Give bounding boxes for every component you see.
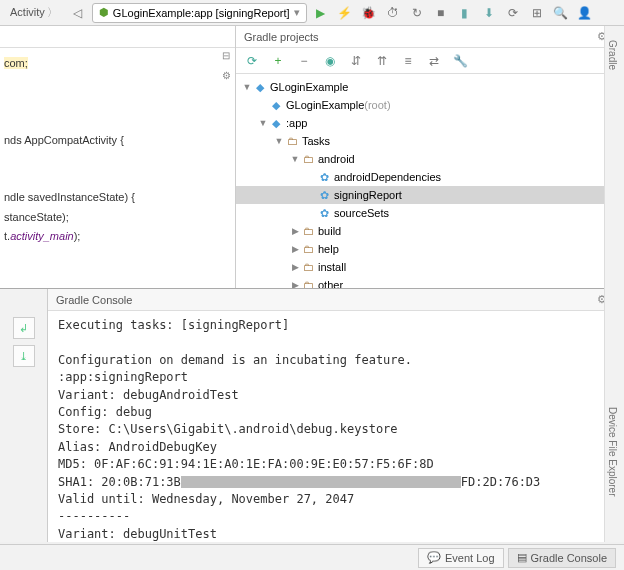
tree-node[interactable]: 🗀install (236, 258, 624, 276)
gradle-run-icon: ⬢ (99, 6, 109, 19)
terminal-icon: ▤ (517, 551, 527, 564)
editor-pane: com; nds AppCompatActivity { ndle savedI… (0, 26, 236, 288)
gradle-projects-pane: Gradle projects ⚙ ▾ ⟳ + − ◉ ⇵ ⇈ ≡ ⇄ 🔧 ◆G… (236, 26, 624, 288)
collapse-all-icon[interactable]: ⇈ (372, 51, 392, 71)
remove-icon[interactable]: − (294, 51, 314, 71)
tree-node[interactable]: 🗀help (236, 240, 624, 258)
chevron-down-icon: ▾ (294, 6, 300, 19)
show-ignored-icon[interactable]: ≡ (398, 51, 418, 71)
tree-node[interactable]: 🗀Tasks (236, 132, 624, 150)
tree-node[interactable]: 🗀build (236, 222, 624, 240)
event-log-button[interactable]: 💬 Event Log (418, 548, 504, 568)
proj-icon: ◆ (252, 81, 268, 94)
gradle-console-header: Gradle Console ⚙ ▾ (48, 289, 624, 311)
folder-icon: 🗀 (300, 225, 316, 237)
user-icon[interactable]: 👤 (575, 3, 595, 23)
tree-node[interactable]: ✿androidDependencies (236, 168, 624, 186)
gear-icon[interactable]: ⚙ (218, 70, 234, 86)
gradle-console-button[interactable]: ▤ Gradle Console (508, 548, 616, 568)
proj-icon: ◆ (268, 117, 284, 130)
gradle-toolbar: ⟳ + − ◉ ⇵ ⇈ ≡ ⇄ 🔧 (236, 48, 624, 74)
refresh-icon[interactable]: ⟳ (242, 51, 262, 71)
folder-icon: 🗀 (300, 153, 316, 165)
apply-changes-icon[interactable]: ⚡ (335, 3, 355, 23)
offline-icon[interactable]: ⇄ (424, 51, 444, 71)
editor-body[interactable]: com; nds AppCompatActivity { ndle savedI… (0, 48, 235, 252)
editor-tabs (0, 26, 235, 48)
console-gutter: ↲ ⤓ (0, 289, 48, 542)
tree-node[interactable]: ✿signingReport (236, 186, 624, 204)
profiler-icon[interactable]: ⏱ (383, 3, 403, 23)
side-tab-device-explorer[interactable]: Device File Explorer (605, 401, 620, 502)
folder-icon: 🗀 (300, 261, 316, 273)
wrench-icon[interactable]: 🔧 (450, 51, 470, 71)
gradle-console-output[interactable]: Executing tasks: [signingReport] Configu… (48, 311, 624, 542)
collapse-icon[interactable]: ⊟ (218, 50, 234, 66)
add-icon[interactable]: + (268, 51, 288, 71)
balloon-icon: 💬 (427, 551, 441, 564)
execute-icon[interactable]: ◉ (320, 51, 340, 71)
tree-node[interactable]: ◆GLoginExample (root) (236, 96, 624, 114)
gear-icon: ✿ (316, 171, 332, 184)
tree-node[interactable]: 🗀android (236, 150, 624, 168)
sync-icon[interactable]: ⟳ (503, 3, 523, 23)
tree-node[interactable]: ◆GLoginExample (236, 78, 624, 96)
tree-node[interactable]: ✿sourceSets (236, 204, 624, 222)
folder-icon: 🗀 (300, 279, 316, 288)
folder-icon: 🗀 (300, 243, 316, 255)
scroll-end-icon[interactable]: ⤓ (13, 345, 35, 367)
stop-icon[interactable]: ■ (431, 3, 451, 23)
folder-icon: 🗀 (284, 135, 300, 147)
proj-icon: ◆ (268, 99, 284, 112)
run-configuration-select[interactable]: ⬢ GLoginExample:app [signingReport] ▾ (92, 3, 307, 23)
status-bar: 💬 Event Log ▤ Gradle Console (0, 544, 624, 570)
expand-icon[interactable]: ⇵ (346, 51, 366, 71)
gradle-tree[interactable]: ◆GLoginExample◆GLoginExample (root)◆:app… (236, 74, 624, 288)
avd-icon[interactable]: ▮ (455, 3, 475, 23)
gear-icon: ✿ (316, 207, 332, 220)
main-toolbar: Activity〉 ◁ ⬢ GLoginExample:app [signing… (0, 0, 624, 26)
search-icon[interactable]: 🔍 (551, 3, 571, 23)
attach-icon[interactable]: ↻ (407, 3, 427, 23)
gear-icon: ✿ (316, 189, 332, 202)
structure-icon[interactable]: ⊞ (527, 3, 547, 23)
tree-node[interactable]: ◆:app (236, 114, 624, 132)
soft-wrap-icon[interactable]: ↲ (13, 317, 35, 339)
sdk-icon[interactable]: ⬇ (479, 3, 499, 23)
right-tool-stripe: Gradle Device File Explorer (604, 26, 624, 542)
gradle-pane-header: Gradle projects ⚙ ▾ (236, 26, 624, 48)
debug-icon[interactable]: 🐞 (359, 3, 379, 23)
tree-node[interactable]: 🗀other (236, 276, 624, 288)
side-tab-gradle[interactable]: Gradle (605, 34, 620, 76)
run-icon[interactable]: ▶ (311, 3, 331, 23)
breadcrumb[interactable]: Activity〉 (6, 5, 64, 20)
back-icon[interactable]: ◁ (68, 3, 88, 23)
